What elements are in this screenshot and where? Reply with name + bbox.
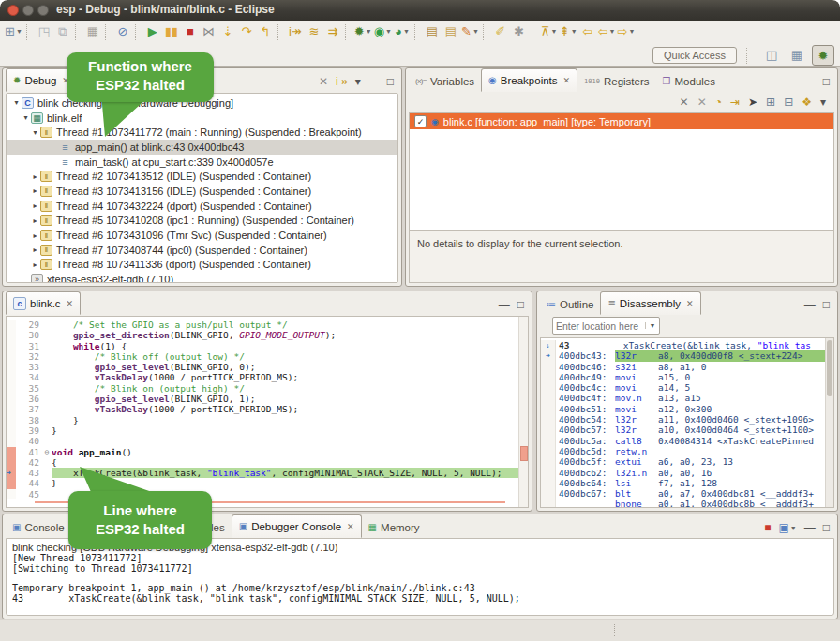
- code-line-33[interactable]: 33 gpio_set_level(BLINK_GPIO, 0);: [7, 362, 528, 372]
- annotation-gutter[interactable]: [7, 330, 16, 340]
- debug-tree-item[interactable]: ▸Thread #5 1073410208 (ipc1 : Running) (…: [7, 214, 398, 229]
- terminate-console-icon[interactable]: ■: [764, 521, 771, 534]
- code-line-37[interactable]: 37 vTaskDelay(1000 / portTICK_PERIOD_MS)…: [7, 404, 528, 414]
- tree-expander-icon[interactable]: ▸: [30, 201, 40, 210]
- tab-debugger-console[interactable]: ▣Debugger Console✕: [232, 514, 362, 538]
- titlebar[interactable]: esp - Debug - blink/main/blink.c - Eclip…: [0, 0, 840, 21]
- overview-ruler[interactable]: [518, 317, 528, 507]
- disassembly-row[interactable]: 400dbc49:movia15, 0: [541, 372, 833, 382]
- debug-tree-item[interactable]: ▸Thread #6 1073431096 (Tmr Svc) (Suspend…: [7, 228, 398, 243]
- open-perspective-icon[interactable]: ◫: [761, 45, 782, 64]
- maximize-icon[interactable]: □: [387, 75, 394, 88]
- debug-tree-item[interactable]: ▾Thread #1 1073411772 (main : Running) (…: [7, 125, 398, 140]
- step-return-icon[interactable]: ↰: [257, 22, 274, 41]
- code-line-41[interactable]: 41⊖void app_main(): [7, 447, 528, 457]
- remove-all-breakpoints-icon[interactable]: ✕: [698, 96, 707, 109]
- code-line-32[interactable]: 32 /* Blink off (output low) */: [7, 351, 528, 362]
- breakpoint-row[interactable]: ✓ ◉ blink.c [function: app_main] [type: …: [410, 113, 833, 129]
- save-all-icon[interactable]: ⧉: [54, 22, 71, 41]
- disassembly-source-row[interactable]: ⇣43 xTaskCreate(&blink_task, "blink_tas: [541, 340, 833, 350]
- view-menu-icon[interactable]: ▾: [355, 75, 361, 88]
- maximize-icon[interactable]: □: [823, 75, 830, 88]
- search-icon[interactable]: ✱: [511, 22, 528, 41]
- remove-breakpoint-icon[interactable]: ✕: [680, 96, 689, 109]
- display-selected-console-icon[interactable]: ▣▼: [778, 521, 796, 534]
- new-wizard-icon[interactable]: ⊞▼: [5, 22, 22, 41]
- code-line-39[interactable]: 39}: [7, 425, 528, 436]
- back-icon[interactable]: ⇦: [579, 22, 596, 41]
- disassembly-listing[interactable]: ⇣43 xTaskCreate(&blink_task, "blink_tas➜…: [540, 337, 834, 508]
- code-line-31[interactable]: 31 while(1) {: [7, 341, 528, 351]
- disassembly-row[interactable]: 400dbc62:l32i.na0, a0, 16: [541, 468, 833, 478]
- disassembly-row[interactable]: 400dbc5f:extuia6, a0, 23, 13: [541, 456, 833, 467]
- format-icon[interactable]: ✐: [492, 22, 509, 41]
- annotation-gutter[interactable]: [7, 351, 16, 362]
- instruction-stepping-toggle-icon[interactable]: i↠: [336, 75, 348, 88]
- view-menu-icon[interactable]: ▾: [820, 96, 826, 109]
- annotation-gutter[interactable]: [7, 415, 16, 425]
- code-line-38[interactable]: 38 }: [7, 415, 528, 425]
- annotation-gutter[interactable]: [7, 404, 16, 414]
- debug-tree-item[interactable]: ▾blink.elf: [7, 111, 398, 126]
- code-editor[interactable]: 29 /* Set the GPIO as a push/pull output…: [6, 316, 529, 508]
- debug-icon[interactable]: ✹▼: [354, 22, 372, 41]
- quick-access-box[interactable]: Quick Access: [652, 47, 737, 64]
- debug-tree-item[interactable]: ▸Thread #3 1073413156 (IDLE) (Suspended …: [7, 184, 398, 199]
- disconnect-icon[interactable]: ⋈: [201, 22, 218, 41]
- disassembly-row[interactable]: 400dbc4c:movia14, 5: [541, 382, 833, 393]
- tree-expander-icon[interactable]: ▾: [30, 128, 40, 137]
- tree-expander-icon[interactable]: ▸: [30, 172, 40, 181]
- open-project-icon[interactable]: ▤: [442, 22, 459, 41]
- breakpoint-gutter[interactable]: ➜: [7, 468, 16, 478]
- overview-marker[interactable]: [520, 446, 528, 461]
- expand-all-icon[interactable]: ⊞: [766, 96, 775, 109]
- code-line-35[interactable]: 35 /* Blink on (output high) */: [7, 383, 528, 394]
- step-into-icon[interactable]: ⇣: [219, 22, 236, 41]
- run-icon[interactable]: ◉▼: [374, 22, 392, 41]
- tab-blink-c[interactable]: cblink.c✕: [6, 291, 81, 315]
- fold-icon[interactable]: ⊖: [42, 447, 52, 457]
- disassembly-row[interactable]: 400dbc46:s32ia8, a1, 0: [541, 362, 833, 372]
- tab-memory[interactable]: ▦Memory: [362, 516, 427, 538]
- use-step-filters-icon[interactable]: ⇉: [324, 22, 341, 41]
- annotation-gutter[interactable]: [7, 372, 16, 382]
- last-edit-location-icon[interactable]: ⇞▼: [560, 22, 578, 41]
- location-dropdown-icon[interactable]: ▼: [645, 322, 659, 329]
- suspend-icon[interactable]: ▮▮: [163, 22, 180, 41]
- window-close-button[interactable]: [8, 5, 19, 16]
- minimize-icon[interactable]: —: [368, 75, 380, 88]
- maximize-icon[interactable]: □: [823, 521, 830, 534]
- pin-editor-icon[interactable]: ⊼▼: [541, 22, 558, 41]
- tree-expander-icon[interactable]: ▾: [21, 113, 31, 122]
- tab-breakpoints[interactable]: ◉Breakpoints✕: [481, 68, 578, 92]
- debug-tree-item[interactable]: xtensa-esp32-elf-gdb (7.10): [7, 272, 398, 283]
- minimize-icon[interactable]: —: [804, 521, 816, 534]
- collapse-all-icon[interactable]: ⊟: [784, 96, 793, 109]
- tab-close-icon[interactable]: ✕: [347, 522, 354, 531]
- disassembly-row[interactable]: ➜400dbc43:l32ra8, 0x400d00f8 <_stext+224…: [541, 350, 833, 361]
- annotation-gutter[interactable]: [7, 457, 16, 468]
- select-arrow-icon[interactable]: ➤: [748, 96, 758, 109]
- tab-variables[interactable]: (x)=Variables: [409, 70, 481, 92]
- code-line-34[interactable]: 34 vTaskDelay(1000 / portTICK_PERIOD_MS)…: [7, 372, 528, 382]
- debug-tree-item[interactable]: app_main() at blink.c:43 0x400dbc43: [7, 140, 398, 155]
- disassembly-row[interactable]: 400dbc5a:call80x40084314 <xTaskCreatePin…: [541, 436, 833, 446]
- minimize-icon[interactable]: —: [804, 298, 816, 311]
- debug-tree-item[interactable]: main_task() at cpu_start.c:339 0x400d057…: [7, 155, 398, 170]
- forward-history-icon[interactable]: ⇨▼: [618, 22, 636, 41]
- code-line-29[interactable]: 29 /* Set the GPIO as a push/pull output…: [7, 320, 528, 330]
- console-output[interactable]: blink checking [GDB Hardware Debugging] …: [6, 538, 834, 616]
- tree-expander-icon[interactable]: ▸: [30, 216, 40, 225]
- code-line-43[interactable]: ➜43 xTaskCreate(&blink_task, "blink_task…: [7, 468, 528, 478]
- annotation-gutter[interactable]: [7, 383, 16, 394]
- disassembly-row[interactable]: 400dbc51:movia12, 0x300: [541, 404, 833, 414]
- window-maximize-button[interactable]: [38, 5, 49, 16]
- minimize-icon[interactable]: —: [804, 75, 816, 88]
- annotation-gutter[interactable]: [7, 447, 16, 457]
- annotation-gutter[interactable]: [7, 425, 16, 436]
- external-tools-icon[interactable]: ◕▼: [394, 22, 411, 41]
- build-icon[interactable]: ▦: [84, 22, 101, 41]
- save-icon[interactable]: ◳: [36, 22, 52, 41]
- tree-expander-icon[interactable]: ▸: [30, 261, 40, 269]
- tree-expander-icon[interactable]: ▸: [30, 246, 40, 254]
